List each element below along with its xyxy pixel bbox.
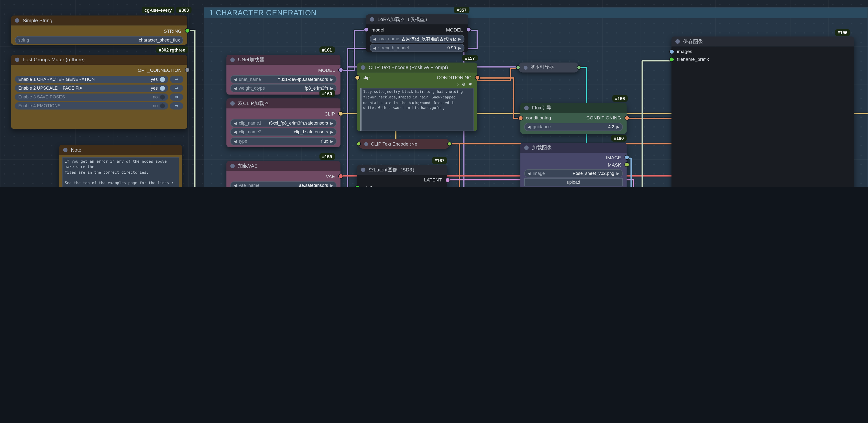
guidance-widget[interactable]: ◀guidance4.2▶ bbox=[524, 123, 623, 131]
image-widget[interactable]: ◀imagePose_sheet_v02.png▶ bbox=[524, 169, 623, 177]
collapse-dot[interactable] bbox=[524, 65, 527, 69]
muter-row-4: Enable 4 EMOTIONSno ➡ bbox=[15, 102, 183, 110]
clip-name2-widget[interactable]: ◀clip_name2clip_l.safetensors▶ bbox=[230, 128, 337, 136]
jump-arrow-button[interactable]: ➡ bbox=[170, 102, 183, 110]
badge-load-image: #180 bbox=[611, 135, 626, 142]
jump-arrow-button[interactable]: ➡ bbox=[170, 93, 183, 101]
collapse-dot[interactable] bbox=[524, 145, 529, 150]
node-simple-string: Simple String STRING stringcharacter_she… bbox=[11, 15, 187, 45]
toggle-dot[interactable] bbox=[160, 86, 165, 90]
node-header[interactable]: 双CLIP加载器 bbox=[226, 98, 341, 108]
input-port[interactable] bbox=[516, 65, 520, 70]
collapse-dot[interactable] bbox=[230, 101, 235, 105]
jump-arrow-button[interactable]: ➡ bbox=[170, 84, 183, 92]
speaker-icon[interactable] bbox=[468, 82, 473, 86]
output-port-vae[interactable] bbox=[338, 174, 343, 178]
node-header[interactable]: 加载VAE bbox=[226, 161, 341, 171]
node-header[interactable]: UNet加载器 bbox=[226, 55, 341, 65]
muter-row-2: Enable 2 UPSCALE + FACE FIXyes ➡ bbox=[15, 84, 183, 92]
string-widget[interactable]: stringcharacter_sheet_flux bbox=[15, 36, 183, 44]
collapse-dot[interactable] bbox=[63, 148, 67, 152]
node-header[interactable]: 空Latent图像（SD3） bbox=[357, 165, 447, 175]
collapse-dot[interactable] bbox=[230, 164, 235, 168]
node-header[interactable]: Simple String bbox=[11, 15, 187, 25]
toggle-enable-3[interactable]: Enable 3 SAVE POSESno bbox=[15, 93, 168, 101]
muter-row-1: Enable 1 CHARACTER GENERATIONyes ➡ bbox=[15, 75, 183, 83]
badge-lora: #357 bbox=[454, 7, 469, 13]
circle-icon[interactable]: ○ bbox=[457, 82, 459, 87]
output-port[interactable] bbox=[447, 142, 452, 146]
node-header[interactable]: Fast Groups Muter (rgthree) bbox=[11, 55, 187, 65]
node-header[interactable]: Flux引导 bbox=[520, 103, 627, 113]
unet-name-widget[interactable]: ◀unet_nameflux1-dev-fp8.safetensors▶ bbox=[230, 75, 337, 83]
badge-dualclip: #160 bbox=[319, 90, 335, 97]
node-load-image: 加载图像 IMAGE MASK ◀imagePose_sheet_v02.png… bbox=[520, 143, 627, 187]
input-port-model[interactable] bbox=[364, 27, 368, 32]
output-port-latent[interactable] bbox=[445, 177, 450, 182]
toggle-dot[interactable] bbox=[160, 95, 165, 99]
output-port-model[interactable] bbox=[338, 67, 343, 72]
node-clip-text-encode-positive: CLIP Text Encode (Positive Prompt) clipC… bbox=[357, 63, 477, 131]
badge-latent: #167 bbox=[432, 157, 447, 164]
toggle-enable-2[interactable]: Enable 2 UPSCALE + FACE FIXyes bbox=[15, 84, 168, 92]
node-graph-canvas[interactable]: 1 CHARACTER GENERATION bbox=[0, 0, 868, 187]
output-string: STRING bbox=[11, 27, 187, 35]
output-port-conditioning[interactable] bbox=[624, 115, 629, 120]
note-text[interactable]: If you get an error in any of the nodes … bbox=[62, 157, 179, 187]
node-vae-loader: 加载VAE VAE ◀vae_nameae.safetensors▶ bbox=[226, 161, 341, 187]
collapse-dot[interactable] bbox=[361, 167, 366, 172]
node-unet-loader: UNet加载器 MODEL ◀unet_nameflux1-dev-fp8.sa… bbox=[226, 55, 341, 95]
badge-unet: #161 bbox=[319, 46, 335, 53]
toggle-dot[interactable] bbox=[160, 103, 165, 108]
output-port[interactable] bbox=[577, 65, 581, 70]
muter-row-3: Enable 3 SAVE POSESno ➡ bbox=[15, 93, 183, 101]
output-port[interactable] bbox=[185, 28, 189, 33]
collapse-dot[interactable] bbox=[524, 106, 529, 110]
output-port-mask[interactable] bbox=[624, 162, 629, 167]
output-opt-connection: OPT_CONNECTION bbox=[11, 66, 187, 74]
node-header[interactable]: 保存图像 bbox=[672, 36, 854, 46]
vae-name-widget[interactable]: ◀vae_nameae.safetensors▶ bbox=[230, 181, 337, 187]
type-widget[interactable]: ◀typeflux▶ bbox=[230, 137, 337, 145]
toggle-dot[interactable] bbox=[160, 77, 165, 82]
node-basic-guider-collapsed[interactable]: 基本引导器 bbox=[518, 63, 579, 72]
output-port-model[interactable] bbox=[466, 27, 471, 32]
output-port-clip[interactable] bbox=[338, 111, 343, 116]
badge-cg-use-every: cg-use-every bbox=[142, 7, 175, 13]
collapse-dot[interactable] bbox=[15, 18, 19, 23]
prompt-textarea[interactable]: 1boy,solo,jewelry,black hair,long hair,h… bbox=[360, 88, 474, 131]
node-empty-latent-sd3: 空Latent图像（SD3） LATENT width height ◀batc… bbox=[357, 165, 447, 187]
toggle-enable-4[interactable]: Enable 4 EMOTIONSno bbox=[15, 102, 168, 110]
badge-node-id: #303 bbox=[176, 7, 192, 13]
node-header[interactable]: 加载图像 bbox=[520, 143, 627, 153]
node-dualclip-loader: 双CLIP加载器 CLIP ◀clip_name1t5xxl_fp8_e4m3f… bbox=[226, 98, 341, 147]
output-port-conditioning[interactable] bbox=[475, 75, 479, 80]
toggle-enable-1[interactable]: Enable 1 CHARACTER GENERATIONyes bbox=[15, 75, 168, 83]
node-flux-guidance: Flux引导 conditioningCONDITIONING ◀guidanc… bbox=[520, 103, 627, 134]
collapse-dot[interactable] bbox=[230, 58, 235, 62]
upload-button[interactable]: upload bbox=[524, 178, 623, 186]
node-note: Note If you get an error in any of the n… bbox=[59, 145, 182, 187]
collapse-dot[interactable] bbox=[370, 17, 374, 22]
node-header[interactable]: CLIP Text Encode (Positive Prompt) bbox=[357, 63, 477, 72]
collapse-dot[interactable] bbox=[15, 58, 19, 62]
output-port[interactable] bbox=[185, 67, 189, 72]
input-port[interactable] bbox=[356, 142, 361, 146]
badge-flux-guidance: #166 bbox=[612, 95, 628, 102]
lora-name-widget[interactable]: ◀lora_name古风侠侣_没有雕的古代情侣...▶ bbox=[370, 35, 464, 43]
badge-muter: #302 rgthree bbox=[156, 46, 188, 53]
collapse-dot[interactable] bbox=[675, 39, 680, 44]
badge-vae: #159 bbox=[319, 153, 335, 160]
collapse-dot[interactable] bbox=[364, 142, 368, 146]
jump-arrow-button[interactable]: ➡ bbox=[170, 75, 183, 83]
node-header[interactable]: Note bbox=[59, 145, 182, 155]
clip-name1-widget[interactable]: ◀clip_name1t5xxl_fp8_e4m3fn.safetensors▶ bbox=[230, 119, 337, 127]
node-header[interactable]: LoRA加载器（仅模型） bbox=[366, 14, 468, 25]
output-port-image[interactable] bbox=[624, 155, 629, 160]
node-fast-groups-muter: Fast Groups Muter (rgthree) OPT_CONNECTI… bbox=[11, 55, 187, 129]
node-clip-text-encode-negative-collapsed[interactable]: CLIP Text Encode (Ne bbox=[359, 139, 450, 149]
collapse-dot[interactable] bbox=[361, 65, 366, 70]
node-save-image: 保存图像 images filename_prefix bbox=[672, 36, 854, 187]
gear-icon[interactable]: ⚙ bbox=[462, 82, 465, 87]
strength-model-widget[interactable]: ◀strength_model0.90▶ bbox=[370, 44, 464, 52]
